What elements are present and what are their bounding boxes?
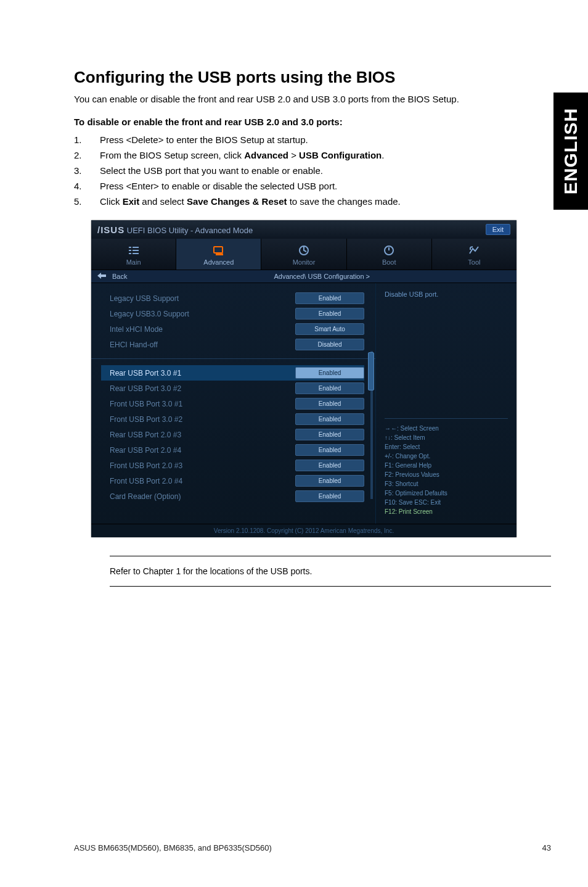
bios-titlebar: /ISUS UEFI BIOS Utility - Advanced Mode … (91, 220, 517, 239)
bios-setting-row[interactable]: EHCI Hand-offDisabled (110, 337, 364, 352)
divider (91, 358, 375, 359)
value-badge[interactable]: Enabled (295, 460, 364, 471)
bios-tab-monitor[interactable]: Monitor (261, 239, 346, 270)
bios-tab-advanced[interactable]: Advanced (176, 239, 261, 270)
step-item: 4.Press <Enter> to enable or disable the… (74, 179, 551, 192)
svg-rect-5 (133, 253, 139, 254)
value-badge[interactable]: Enabled (295, 429, 364, 440)
value-badge[interactable]: Enabled (295, 398, 364, 410)
intro-paragraph: You can enable or disable the front and … (74, 93, 551, 105)
bios-tab-tool[interactable]: Tool (432, 239, 517, 270)
tab-icon (128, 245, 140, 256)
value-badge[interactable]: Enabled (295, 475, 364, 487)
bios-setting-row[interactable]: Intel xHCI ModeSmart Auto (110, 321, 364, 337)
bios-breadcrumb-bar: Back Advanced\ USB Configuration > (91, 270, 517, 283)
bios-body: Legacy USB SupportEnabledLegacy USB3.0 S… (91, 283, 517, 524)
bios-setting-row[interactable]: Legacy USB SupportEnabled (110, 291, 364, 306)
bios-setting-row[interactable]: Front USB Port 2.0 #4Enabled (110, 473, 364, 489)
tab-icon (298, 245, 310, 256)
bios-help-keys: →←: Select Screen↑↓: Select ItemEnter: S… (385, 418, 508, 516)
bios-settings-panel: Legacy USB SupportEnabledLegacy USB3.0 S… (91, 283, 375, 524)
page-content: Configuring the USB ports using the BIOS… (0, 0, 588, 587)
bios-title: /ISUS UEFI BIOS Utility - Advanced Mode (97, 225, 253, 235)
svg-rect-1 (133, 247, 139, 248)
step-item: 1.Press <Delete> to enter the BIOS Setup… (74, 133, 551, 146)
tab-icon (213, 245, 225, 256)
bios-breadcrumb: Advanced\ USB Configuration > (133, 273, 510, 280)
page-footer: ASUS BM6635(MD560), BM6835, and BP6335(S… (74, 843, 551, 852)
bios-setting-row[interactable]: Rear USB Port 3.0 #1Enabled (101, 365, 364, 381)
footer-page-number: 43 (542, 843, 551, 852)
svg-rect-7 (216, 254, 223, 255)
bios-tab-row: MainAdvancedMonitorBootTool (91, 239, 517, 270)
back-label[interactable]: Back (112, 273, 127, 280)
page-title: Configuring the USB ports using the BIOS (74, 68, 551, 87)
svg-rect-0 (129, 247, 131, 248)
value-badge[interactable]: Enabled (295, 292, 364, 304)
tab-icon (468, 245, 480, 256)
value-badge[interactable]: Smart Auto (295, 323, 364, 335)
bios-setting-row[interactable]: Front USB Port 2.0 #3Enabled (110, 458, 364, 473)
bios-help-panel: Disable USB port. →←: Select Screen↑↓: S… (375, 283, 517, 524)
back-arrow-icon[interactable] (97, 273, 106, 280)
svg-rect-6 (214, 247, 223, 253)
svg-rect-3 (133, 250, 139, 251)
step-item: 2.From the BIOS Setup screen, click Adva… (74, 149, 551, 162)
step-item: 5.Click Exit and select Save Changes & R… (74, 195, 551, 208)
value-badge[interactable]: Enabled (295, 490, 364, 502)
bios-setting-row[interactable]: Legacy USB3.0 SupportEnabled (110, 306, 364, 321)
bios-exit-button[interactable]: Exit (486, 224, 510, 235)
scrollbar-thumb[interactable] (368, 352, 374, 390)
bios-setting-row[interactable]: Front USB Port 3.0 #1Enabled (110, 396, 364, 411)
note-row: Refer to Chapter 1 for the locations of … (91, 556, 551, 587)
value-badge[interactable]: Enabled (295, 444, 364, 456)
value-badge[interactable]: Enabled (295, 382, 364, 394)
bios-tab-boot[interactable]: Boot (347, 239, 432, 270)
value-badge[interactable]: Disabled (295, 339, 364, 350)
svg-rect-2 (129, 250, 131, 251)
value-badge[interactable]: Enabled (295, 413, 364, 425)
subheading: To disable or enable the front and rear … (74, 117, 551, 127)
footer-left: ASUS BM6635(MD560), BM6835, and BP6335(S… (74, 843, 272, 852)
bios-setting-row[interactable]: Front USB Port 3.0 #2Enabled (110, 411, 364, 427)
bios-setting-row[interactable]: Card Reader (Option)Enabled (110, 489, 364, 504)
bios-setting-row[interactable]: Rear USB Port 3.0 #2Enabled (110, 381, 364, 396)
bios-tab-main[interactable]: Main (91, 239, 176, 270)
bios-footer: Version 2.10.1208. Copyright (C) 2012 Am… (91, 524, 517, 537)
bios-setting-row[interactable]: Rear USB Port 2.0 #4Enabled (110, 442, 364, 458)
note-text: Refer to Chapter 1 for the locations of … (110, 556, 551, 587)
bios-setting-row[interactable]: Rear USB Port 2.0 #3Enabled (110, 427, 364, 442)
value-badge[interactable]: Enabled (295, 367, 364, 379)
value-badge[interactable]: Enabled (295, 308, 364, 320)
bios-screenshot: /ISUS UEFI BIOS Utility - Advanced Mode … (91, 220, 517, 537)
bios-hint: Disable USB port. (385, 291, 508, 298)
svg-rect-4 (129, 253, 131, 254)
steps-list: 1.Press <Delete> to enter the BIOS Setup… (74, 133, 551, 208)
tab-icon (383, 245, 395, 256)
step-item: 3.Select the USB port that you want to e… (74, 164, 551, 177)
